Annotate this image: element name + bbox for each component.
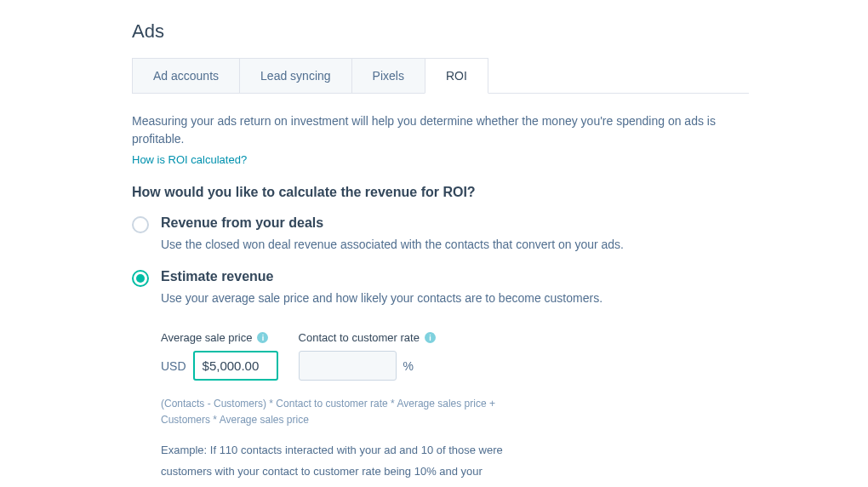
- tab-pixels[interactable]: Pixels: [351, 58, 425, 93]
- inputs-row: Average sale price i USD Contact to cust…: [161, 331, 749, 381]
- currency-prefix: USD: [161, 359, 186, 373]
- tab-roi[interactable]: ROI: [425, 58, 488, 94]
- page-title: Ads: [132, 20, 749, 43]
- roi-question: How would you like to calculate the reve…: [132, 185, 749, 200]
- formula-text: (Contacts - Customers) * Contact to cust…: [161, 396, 501, 428]
- contact-rate-label-text: Contact to customer rate: [299, 331, 420, 344]
- help-link[interactable]: How is ROI calculated?: [132, 153, 247, 166]
- option-label-estimate: Estimate revenue: [161, 269, 749, 284]
- option-estimate-revenue: Estimate revenue Use your average sale p…: [132, 269, 749, 307]
- info-icon[interactable]: i: [425, 332, 436, 343]
- option-desc-deals: Use the closed won deal revenue associat…: [161, 236, 749, 254]
- contact-rate-group: Contact to customer rate i %: [299, 331, 436, 381]
- option-label-deals: Revenue from your deals: [161, 215, 749, 231]
- option-revenue-from-deals: Revenue from your deals Use the closed w…: [132, 215, 749, 254]
- contact-rate-label: Contact to customer rate i: [299, 331, 436, 344]
- avg-sale-price-input[interactable]: [193, 351, 278, 381]
- tabs-container: Ad accounts Lead syncing Pixels ROI: [132, 58, 749, 94]
- percent-suffix: %: [403, 359, 414, 373]
- contact-rate-input[interactable]: [299, 351, 397, 381]
- info-icon[interactable]: i: [257, 332, 268, 343]
- avg-sale-price-group: Average sale price i USD: [161, 331, 278, 381]
- avg-sale-price-label: Average sale price i: [161, 331, 278, 344]
- option-desc-estimate: Use your average sale price and how like…: [161, 289, 749, 307]
- radio-revenue-from-deals[interactable]: [132, 216, 149, 233]
- tab-ad-accounts[interactable]: Ad accounts: [132, 58, 240, 93]
- avg-sale-price-label-text: Average sale price: [161, 331, 252, 344]
- tab-lead-syncing[interactable]: Lead syncing: [239, 58, 352, 93]
- radio-estimate-revenue[interactable]: [132, 270, 149, 287]
- description-text: Measuring your ads return on investment …: [132, 112, 749, 148]
- example-text: Example: If 110 contacts interacted with…: [161, 440, 518, 487]
